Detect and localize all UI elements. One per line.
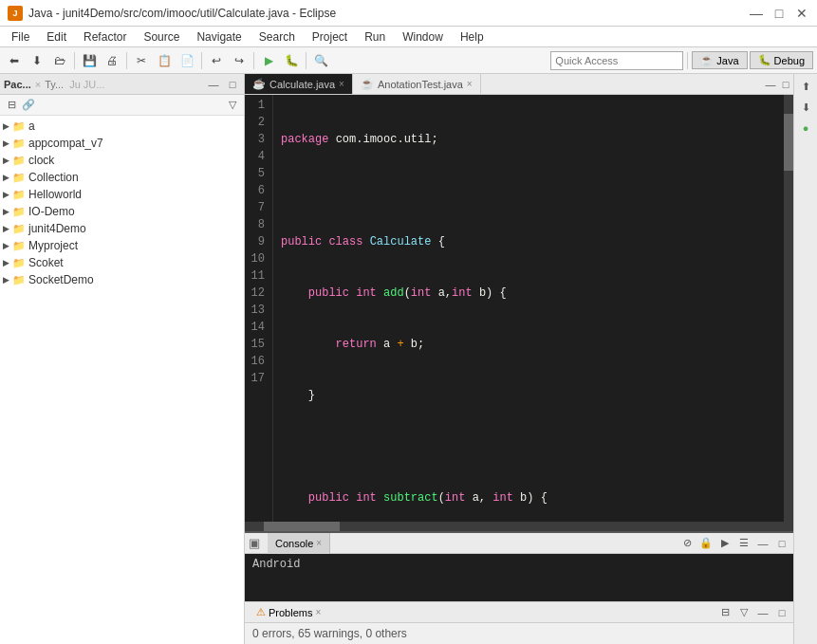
right-sidebar-btn-2[interactable]: ⬇ <box>797 99 814 116</box>
folder-icon: 📁 <box>11 255 27 270</box>
tab-calculate-icon: ☕ <box>252 78 266 90</box>
tree-item-label: appcompat_v7 <box>28 137 103 150</box>
tree-item[interactable]: ▶ 📁 Collection <box>0 169 244 186</box>
tree-item[interactable]: ▶ 📁 SocketDemo <box>0 271 244 288</box>
tab-annotation[interactable]: ☕ AnotationTest.java × <box>353 74 481 95</box>
toolbar-btn-10[interactable]: ↪ <box>229 50 250 71</box>
quick-access-input[interactable] <box>550 51 683 70</box>
java-perspective-button[interactable]: ☕ Java <box>692 51 747 69</box>
tree-item[interactable]: ▶ 📁 a <box>0 118 244 135</box>
menu-search[interactable]: Search <box>251 28 303 46</box>
problems-menu-button[interactable]: ▽ <box>736 605 752 620</box>
tree-item[interactable]: ▶ 📁 Helloworld <box>0 186 244 203</box>
tree-item-label: Helloworld <box>28 188 82 201</box>
console-menu-button[interactable]: ☰ <box>736 536 752 551</box>
tree-item[interactable]: ▶ 📁 Scoket <box>0 254 244 271</box>
console-scroll-lock-button[interactable]: 🔒 <box>698 536 714 551</box>
close-button[interactable]: ✕ <box>794 6 809 21</box>
toolbar-btn-7[interactable]: 📋 <box>154 50 175 71</box>
view-menu-button[interactable]: ▽ <box>225 98 240 113</box>
debug-icon: 🐛 <box>758 54 771 66</box>
toolbar-search[interactable]: 🔍 <box>310 50 331 71</box>
java-icon: ☕ <box>700 54 714 66</box>
problems-tab-label: Problems <box>269 607 312 618</box>
problems-minimize-button[interactable]: — <box>755 605 771 620</box>
menu-source[interactable]: Source <box>136 28 187 46</box>
menu-edit[interactable]: Edit <box>39 28 74 46</box>
package-tree: ▶ 📁 a ▶ 📁 appcompat_v7 ▶ 📁 clock ▶ 📁 Col… <box>0 116 244 644</box>
toolbar-btn-1[interactable]: ⬅ <box>4 50 25 71</box>
folder-icon: 📁 <box>11 272 27 287</box>
toolbar-btn-4[interactable]: 💾 <box>79 50 100 71</box>
debug-label: Debug <box>774 55 805 66</box>
package-explorer-tab[interactable]: Pac... <box>4 79 31 90</box>
code-editor[interactable]: 1234567891011121314151617 package com.im… <box>245 95 793 531</box>
collapse-all-button[interactable]: ⊟ <box>4 98 19 113</box>
tab-calculate[interactable]: ☕ Calculate.java × <box>245 74 353 95</box>
tree-arrow: ▶ <box>0 138 11 148</box>
console-options-button[interactable]: ▶ <box>717 536 733 551</box>
console-tab-close[interactable]: × <box>316 538 322 548</box>
editor-minimize-button[interactable]: — <box>763 77 778 92</box>
console-tab-label: Console <box>275 538 313 549</box>
tree-arrow: ▶ <box>0 190 11 199</box>
folder-icon: 📁 <box>11 204 27 219</box>
right-sidebar-btn-1[interactable]: ⬆ <box>797 78 814 95</box>
toolbar-btn-9[interactable]: ↩ <box>206 50 227 71</box>
toolbar-btn-2[interactable]: ⬇ <box>27 50 47 71</box>
quick-access-box <box>550 51 683 70</box>
console-panel-icon: ▣ <box>249 536 260 550</box>
toolbar-btn-8[interactable]: 📄 <box>176 50 197 71</box>
tree-item[interactable]: ▶ 📁 junit4Demo <box>0 220 244 237</box>
tab-calculate-close[interactable]: × <box>339 79 344 89</box>
tree-item[interactable]: ▶ 📁 appcompat_v7 <box>0 135 244 152</box>
right-sidebar-btn-3[interactable]: ● <box>797 120 814 137</box>
problems-tab-close[interactable]: × <box>315 607 321 617</box>
link-editor-button[interactable]: 🔗 <box>21 98 36 113</box>
tab-annotation-close[interactable]: × <box>467 79 473 89</box>
tree-item[interactable]: ▶ 📁 Myproject <box>0 237 244 254</box>
tree-item[interactable]: ▶ 📁 IO-Demo <box>0 203 244 220</box>
maximize-button[interactable]: □ <box>771 6 787 21</box>
problems-maximize-button[interactable]: □ <box>774 605 789 620</box>
panel-maximize-button[interactable]: □ <box>225 77 240 92</box>
toolbar-btn-3[interactable]: 🗁 <box>49 50 70 71</box>
tree-item[interactable]: ▶ 📁 clock <box>0 152 244 169</box>
editor-maximize-button[interactable]: □ <box>778 77 793 92</box>
folder-icon: 📁 <box>11 221 27 236</box>
problems-filter-button[interactable]: ⊟ <box>717 605 733 620</box>
problems-tab[interactable]: ⚠ Problems × <box>249 602 328 623</box>
toolbar-btn-6[interactable]: ✂ <box>131 50 152 71</box>
java-label: Java <box>716 55 738 66</box>
console-tab[interactable]: Console × <box>268 533 330 554</box>
debug-perspective-button[interactable]: 🐛 Debug <box>750 51 813 69</box>
code-vscroll-thumb[interactable] <box>784 114 793 171</box>
menu-navigate[interactable]: Navigate <box>189 28 249 46</box>
tree-arrow: ▶ <box>0 224 11 233</box>
bottom-area: ▣ Console × ⊘ 🔒 ▶ ☰ — □ Android <box>245 531 793 644</box>
console-clear-button[interactable]: ⊘ <box>679 536 695 551</box>
panel-minimize-button[interactable]: — <box>206 77 221 92</box>
console-maximize-button[interactable]: □ <box>774 536 789 551</box>
minimize-button[interactable]: — <box>749 6 764 21</box>
tree-arrow: ▶ <box>0 173 11 182</box>
tree-arrow: ▶ <box>0 207 11 216</box>
code-content[interactable]: package com.imooc.util; public class Cal… <box>273 95 793 531</box>
menu-run[interactable]: Run <box>357 28 393 46</box>
code-vscrollbar[interactable] <box>784 95 793 531</box>
menu-project[interactable]: Project <box>305 28 355 46</box>
console-text: Android <box>252 558 300 571</box>
menu-file[interactable]: File <box>4 28 37 46</box>
code-hscrollbar[interactable] <box>245 522 784 531</box>
tab-annotation-icon: ☕ <box>361 78 374 90</box>
menu-help[interactable]: Help <box>453 28 492 46</box>
toolbar-btn-5[interactable]: 🖨 <box>102 50 122 71</box>
code-hscroll-thumb[interactable] <box>264 522 340 531</box>
console-minimize-button[interactable]: — <box>755 536 771 551</box>
toolbar-debug-run[interactable]: 🐛 <box>281 50 302 71</box>
menu-refactor[interactable]: Refactor <box>76 28 134 46</box>
package-explorer-panel: Pac... × Ty... Ju JU... — □ ⊟ 🔗 ▽ ▶ 📁 a … <box>0 74 245 644</box>
toolbar-run[interactable]: ▶ <box>258 50 279 71</box>
menu-window[interactable]: Window <box>395 28 451 46</box>
type-hierarchy-tab[interactable]: Ty... <box>45 79 64 90</box>
